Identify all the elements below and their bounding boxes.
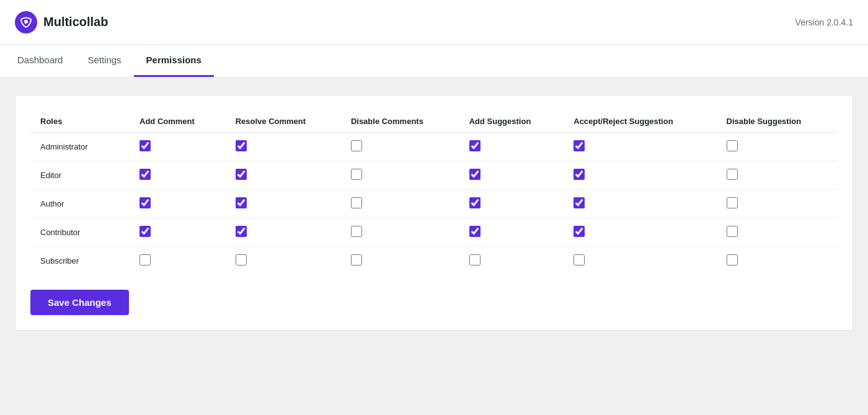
save-changes-button[interactable]: Save Changes bbox=[30, 290, 129, 315]
col-disable-suggestion: Disable Suggestion bbox=[717, 110, 838, 133]
svg-point-1 bbox=[24, 20, 28, 24]
tab-permissions[interactable]: Permissions bbox=[134, 45, 214, 77]
col-add-suggestion: Add Suggestion bbox=[459, 110, 564, 133]
col-resolve-comment: Resolve Comment bbox=[226, 110, 341, 133]
cell-disable_comments-3 bbox=[341, 218, 459, 247]
checkbox-accept_reject-4[interactable] bbox=[574, 254, 585, 266]
checkbox-add_comment-2[interactable] bbox=[140, 197, 151, 208]
checkbox-disable_suggestion-2[interactable] bbox=[727, 197, 738, 208]
table-row: Subscriber bbox=[30, 247, 838, 275]
app-header: Multicollab Version 2.0.4.1 bbox=[0, 0, 868, 45]
main-content: Roles Add Comment Resolve Comment Disabl… bbox=[0, 78, 868, 348]
cell-disable_suggestion-4 bbox=[717, 247, 838, 275]
cell-resolve_comment-4 bbox=[226, 247, 341, 275]
checkbox-resolve_comment-0[interactable] bbox=[236, 140, 247, 151]
checkbox-add_suggestion-0[interactable] bbox=[469, 140, 480, 151]
checkbox-add_comment-0[interactable] bbox=[140, 140, 151, 151]
checkbox-add_suggestion-2[interactable] bbox=[469, 197, 480, 208]
checkbox-disable_comments-4[interactable] bbox=[351, 254, 362, 266]
app-name: Multicollab bbox=[43, 15, 108, 29]
cell-add_comment-0 bbox=[130, 133, 226, 161]
multicollab-logo-icon bbox=[15, 11, 37, 33]
cell-resolve_comment-2 bbox=[226, 190, 341, 218]
table-row: Contributor bbox=[30, 218, 838, 247]
cell-accept_reject-4 bbox=[564, 247, 716, 275]
cell-resolve_comment-3 bbox=[226, 218, 341, 247]
permissions-card: Roles Add Comment Resolve Comment Disabl… bbox=[15, 95, 853, 331]
checkbox-disable_comments-2[interactable] bbox=[351, 197, 362, 208]
col-roles: Roles bbox=[30, 110, 130, 133]
role-label-3: Contributor bbox=[30, 218, 130, 247]
cell-add_suggestion-3 bbox=[459, 218, 564, 247]
cell-accept_reject-2 bbox=[564, 190, 716, 218]
checkbox-add_comment-3[interactable] bbox=[140, 226, 151, 237]
permissions-table: Roles Add Comment Resolve Comment Disabl… bbox=[30, 110, 838, 275]
tab-settings[interactable]: Settings bbox=[75, 45, 133, 77]
cell-disable_suggestion-3 bbox=[717, 218, 838, 247]
checkbox-accept_reject-0[interactable] bbox=[574, 140, 585, 151]
tab-dashboard[interactable]: Dashboard bbox=[15, 45, 75, 77]
cell-add_suggestion-4 bbox=[459, 247, 564, 275]
cell-disable_suggestion-0 bbox=[717, 133, 838, 161]
cell-disable_suggestion-1 bbox=[717, 161, 838, 190]
cell-disable_comments-0 bbox=[341, 133, 459, 161]
checkbox-disable_comments-1[interactable] bbox=[351, 169, 362, 180]
checkbox-add_comment-4[interactable] bbox=[140, 254, 151, 266]
cell-add_comment-4 bbox=[130, 247, 226, 275]
table-row: Administrator bbox=[30, 133, 838, 161]
checkbox-accept_reject-2[interactable] bbox=[574, 197, 585, 208]
role-label-2: Author bbox=[30, 190, 130, 218]
cell-add_comment-3 bbox=[130, 218, 226, 247]
cell-resolve_comment-0 bbox=[226, 133, 341, 161]
cell-disable_comments-1 bbox=[341, 161, 459, 190]
cell-add_suggestion-2 bbox=[459, 190, 564, 218]
checkbox-disable_comments-0[interactable] bbox=[351, 140, 362, 151]
cell-add_suggestion-1 bbox=[459, 161, 564, 190]
checkbox-disable_comments-3[interactable] bbox=[351, 226, 362, 237]
checkbox-disable_suggestion-3[interactable] bbox=[727, 226, 738, 237]
checkbox-accept_reject-3[interactable] bbox=[574, 226, 585, 237]
cell-disable_comments-4 bbox=[341, 247, 459, 275]
checkbox-add_suggestion-3[interactable] bbox=[469, 226, 480, 237]
checkbox-disable_suggestion-0[interactable] bbox=[727, 140, 738, 151]
col-accept-reject: Accept/Reject Suggestion bbox=[564, 110, 716, 133]
table-row: Editor bbox=[30, 161, 838, 190]
cell-accept_reject-1 bbox=[564, 161, 716, 190]
logo-area: Multicollab bbox=[15, 11, 108, 33]
role-label-1: Editor bbox=[30, 161, 130, 190]
checkbox-add_comment-1[interactable] bbox=[140, 169, 151, 180]
version-label: Version 2.0.4.1 bbox=[795, 17, 853, 27]
role-label-0: Administrator bbox=[30, 133, 130, 161]
checkbox-resolve_comment-1[interactable] bbox=[236, 169, 247, 180]
checkbox-resolve_comment-3[interactable] bbox=[236, 226, 247, 237]
nav-bar: Dashboard Settings Permissions bbox=[0, 45, 868, 78]
checkbox-resolve_comment-4[interactable] bbox=[236, 254, 247, 266]
role-label-4: Subscriber bbox=[30, 247, 130, 275]
cell-disable_suggestion-2 bbox=[717, 190, 838, 218]
checkbox-add_suggestion-4[interactable] bbox=[469, 254, 480, 266]
cell-resolve_comment-1 bbox=[226, 161, 341, 190]
cell-disable_comments-2 bbox=[341, 190, 459, 218]
cell-add_suggestion-0 bbox=[459, 133, 564, 161]
col-disable-comments: Disable Comments bbox=[341, 110, 459, 133]
checkbox-disable_suggestion-4[interactable] bbox=[727, 254, 738, 266]
checkbox-disable_suggestion-1[interactable] bbox=[727, 169, 738, 180]
table-header-row: Roles Add Comment Resolve Comment Disabl… bbox=[30, 110, 838, 133]
col-add-comment: Add Comment bbox=[130, 110, 226, 133]
cell-add_comment-1 bbox=[130, 161, 226, 190]
cell-accept_reject-0 bbox=[564, 133, 716, 161]
checkbox-resolve_comment-2[interactable] bbox=[236, 197, 247, 208]
cell-add_comment-2 bbox=[130, 190, 226, 218]
checkbox-add_suggestion-1[interactable] bbox=[469, 169, 480, 180]
cell-accept_reject-3 bbox=[564, 218, 716, 247]
table-row: Author bbox=[30, 190, 838, 218]
checkbox-accept_reject-1[interactable] bbox=[574, 169, 585, 180]
